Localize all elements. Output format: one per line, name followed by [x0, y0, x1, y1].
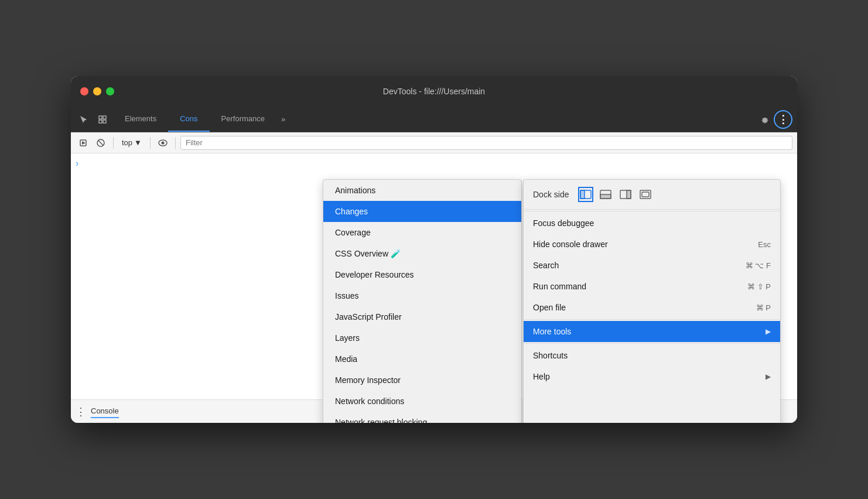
inspect-icon[interactable]	[94, 111, 111, 128]
menu-separator-1	[524, 211, 780, 211]
tab-bar: Elements Cons Performance »	[113, 107, 434, 132]
svg-marker-5	[82, 141, 86, 145]
console-tab[interactable]: Console	[91, 405, 119, 418]
dock-side-section: Dock side	[524, 180, 780, 210]
tab-more-button[interactable]: »	[276, 107, 290, 132]
more-tools-menu: Animations Changes Coverage CSS Overview…	[323, 179, 522, 423]
menu-item-developer-resources[interactable]: Developer Resources	[323, 264, 521, 285]
svg-rect-13	[600, 194, 611, 199]
svg-rect-11	[580, 190, 585, 199]
menu-item-memory-inspector[interactable]: Memory Inspector	[323, 370, 521, 391]
svg-rect-0	[99, 116, 102, 119]
menu-item-media[interactable]: Media	[323, 348, 521, 370]
close-button[interactable]	[80, 87, 88, 95]
dropdown-container: Animations Changes Coverage CSS Overview…	[323, 179, 781, 423]
svg-rect-3	[103, 120, 106, 123]
menu-item-javascript-profiler[interactable]: JavaScript Profiler	[323, 306, 521, 327]
menu-item-network-conditions[interactable]: Network conditions	[323, 391, 521, 412]
main-context-menu: Dock side	[523, 179, 781, 423]
console-expand-arrow[interactable]: ›	[76, 158, 78, 168]
window-title: DevTools - file:///Users/main	[383, 87, 485, 96]
settings-button[interactable]	[755, 110, 774, 129]
menu-item-issues[interactable]: Issues	[323, 285, 521, 306]
devtools-window: DevTools - file:///Users/main Elements C…	[71, 76, 797, 423]
play-icon[interactable]	[76, 135, 91, 151]
toolbar-divider	[113, 137, 114, 149]
eye-icon[interactable]	[155, 135, 170, 151]
menu-item-coverage[interactable]: Coverage	[323, 222, 521, 243]
console-tab-label: Console	[91, 406, 119, 415]
clear-icon[interactable]	[93, 135, 108, 151]
menu-item-css-overview[interactable]: CSS Overview 🧪	[323, 243, 521, 264]
menu-separator-3	[524, 343, 780, 344]
menu-item-network-request-blocking[interactable]: Network request blocking	[323, 412, 521, 423]
toolbar-divider-3	[175, 137, 176, 149]
menu-item-layers[interactable]: Layers	[323, 327, 521, 348]
dock-side-label: Dock side	[533, 190, 569, 199]
more-options-button[interactable]: ⋮	[774, 110, 792, 129]
menu-item-search[interactable]: Search ⌘ ⌥ F	[524, 255, 780, 276]
svg-rect-1	[103, 116, 106, 119]
toolbar-divider-2	[150, 137, 151, 149]
title-bar: DevTools - file:///Users/main	[71, 76, 797, 107]
tab-elements[interactable]: Elements	[113, 107, 168, 132]
menu-item-open-file[interactable]: Open file ⌘ P	[524, 297, 780, 318]
minimize-button[interactable]	[93, 87, 101, 95]
svg-line-7	[98, 141, 103, 145]
menu-item-run-command[interactable]: Run command ⌘ ⇧ P	[524, 276, 780, 297]
menu-item-focus-debuggee[interactable]: Focus debuggee	[524, 213, 780, 234]
menu-separator-2	[524, 319, 780, 320]
menu-item-more-tools[interactable]: More tools ▶	[524, 321, 780, 342]
secondary-toolbar: top ▼	[71, 132, 797, 153]
filter-input[interactable]	[180, 136, 792, 150]
top-toolbar: Elements Cons Performance » ⋮	[71, 107, 797, 132]
svg-point-9	[161, 141, 164, 144]
drawer-menu-icon[interactable]: ⋮	[76, 405, 86, 418]
svg-rect-17	[642, 192, 649, 197]
undock-icon[interactable]	[638, 187, 653, 202]
menu-item-changes[interactable]: Changes	[323, 201, 521, 222]
menu-item-shortcuts[interactable]: Shortcuts	[524, 345, 780, 366]
tab-console[interactable]: Cons	[168, 107, 209, 132]
tab-performance[interactable]: Performance	[210, 107, 276, 132]
svg-rect-15	[627, 190, 631, 199]
cursor-icon[interactable]	[76, 111, 92, 128]
top-selector[interactable]: top ▼	[118, 137, 145, 148]
maximize-button[interactable]	[106, 87, 114, 95]
svg-rect-2	[99, 120, 102, 123]
menu-item-animations[interactable]: Animations	[323, 180, 521, 201]
traffic-lights	[80, 87, 114, 95]
menu-item-help[interactable]: Help ▶	[524, 366, 780, 387]
dock-right-icon[interactable]	[618, 187, 633, 202]
dock-bottom-icon[interactable]	[598, 187, 613, 202]
main-area: › Animations Changes Coverage CSS Overvi…	[71, 153, 797, 399]
menu-item-hide-console-drawer[interactable]: Hide console drawer Esc	[524, 234, 780, 255]
dock-left-icon[interactable]	[578, 187, 593, 202]
